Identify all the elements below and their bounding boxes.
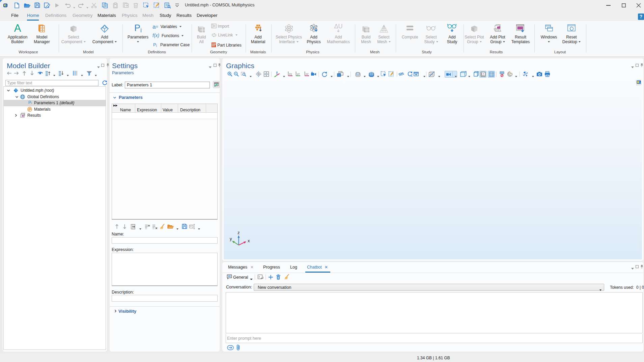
- svg-text:yz: yz: [297, 72, 300, 76]
- svg-text:x: x: [248, 238, 250, 243]
- svg-text:z: z: [237, 230, 240, 235]
- svg-text:xy: xy: [289, 72, 292, 76]
- svg-text:xz: xz: [306, 72, 309, 76]
- svg-text:y: y: [230, 236, 232, 241]
